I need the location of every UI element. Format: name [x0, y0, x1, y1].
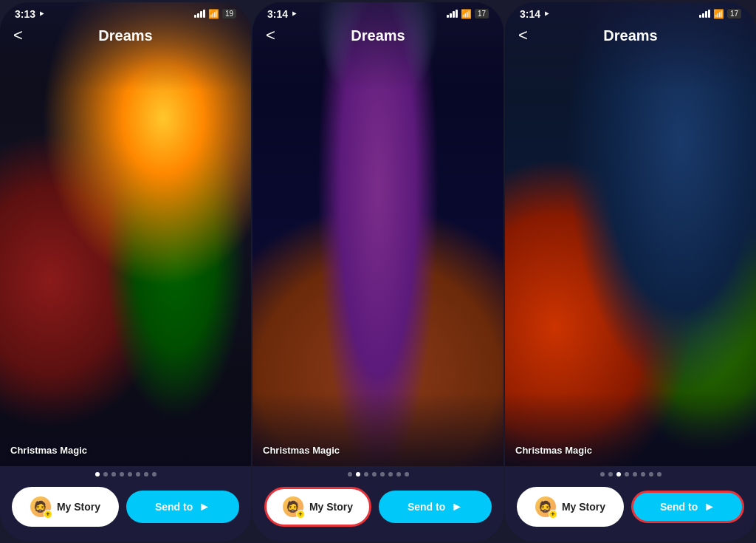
phone-2: 3:14 ‣ 📶 17 < Dreams Christmas Magic: [252, 2, 504, 542]
my-story-button[interactable]: 🧔 + My Story: [12, 487, 119, 527]
send-to-label: Send to: [660, 501, 698, 513]
nav-bar: < Dreams: [505, 2, 756, 50]
send-to-button[interactable]: Send to ►: [379, 491, 492, 523]
send-to-label: Send to: [408, 501, 445, 513]
image-label: Christmas Magic: [515, 445, 592, 456]
my-story-label: My Story: [309, 501, 353, 513]
dot[interactable]: [95, 472, 100, 477]
nav-title: Dreams: [603, 27, 657, 44]
dot[interactable]: [372, 472, 377, 477]
image-area: Christmas Magic: [0, 2, 251, 466]
phone-1: 3:13 ‣ 📶 19 < Dreams Christmas Magic: [0, 2, 251, 542]
send-to-button[interactable]: Send to ►: [126, 491, 239, 523]
dot[interactable]: [120, 472, 124, 477]
image-area: Christmas Magic: [252, 2, 504, 466]
dot[interactable]: [348, 472, 352, 477]
image-label: Christmas Magic: [263, 445, 340, 456]
dot[interactable]: [633, 472, 637, 477]
dot[interactable]: [405, 472, 409, 477]
image-label: Christmas Magic: [10, 445, 87, 456]
image-area: Christmas Magic: [505, 2, 756, 466]
send-arrow-icon: ►: [199, 500, 210, 513]
dot[interactable]: [356, 472, 360, 477]
action-bar: 🧔 + My Story Send to ►: [0, 481, 251, 542]
back-button[interactable]: <: [518, 26, 528, 45]
my-story-button[interactable]: 🧔 + My Story: [517, 487, 624, 527]
avatar: 🧔 +: [535, 496, 556, 517]
nav-title: Dreams: [351, 27, 405, 44]
my-story-label: My Story: [57, 501, 100, 513]
dot[interactable]: [649, 472, 653, 477]
dot[interactable]: [144, 472, 148, 477]
my-story-button[interactable]: 🧔 + My Story: [264, 487, 371, 527]
dot[interactable]: [103, 472, 108, 477]
dot[interactable]: [600, 472, 605, 477]
avatar: 🧔 +: [30, 496, 51, 517]
dot[interactable]: [128, 472, 132, 477]
nav-bar: < Dreams: [0, 2, 251, 50]
page-dots: [505, 466, 756, 481]
dot[interactable]: [608, 472, 613, 477]
dot[interactable]: [388, 472, 393, 477]
dot[interactable]: [364, 472, 368, 477]
add-icon: +: [549, 510, 557, 519]
phone-3: 3:14 ‣ 📶 17 < Dreams Christmas Magic: [505, 2, 756, 542]
dot[interactable]: [396, 472, 401, 477]
dot[interactable]: [625, 472, 629, 477]
send-arrow-icon: ►: [451, 500, 463, 513]
send-arrow-icon: ►: [704, 500, 715, 513]
back-button[interactable]: <: [266, 26, 275, 45]
action-bar: 🧔 + My Story Send to ►: [505, 481, 756, 542]
nav-title: Dreams: [98, 27, 152, 44]
phones-container: 3:13 ‣ 📶 19 < Dreams Christmas Magic: [0, 0, 756, 543]
avatar: 🧔 +: [283, 496, 303, 517]
dot[interactable]: [111, 472, 116, 477]
add-icon: +: [296, 510, 305, 519]
dot[interactable]: [152, 472, 157, 477]
dot[interactable]: [380, 472, 385, 477]
dot[interactable]: [657, 472, 662, 477]
nav-bar: < Dreams: [252, 2, 504, 50]
send-to-button[interactable]: Send to ►: [631, 491, 744, 523]
add-icon: +: [44, 510, 52, 519]
page-dots: [0, 466, 251, 481]
dot[interactable]: [641, 472, 645, 477]
dot[interactable]: [616, 472, 621, 477]
my-story-label: My Story: [562, 501, 605, 513]
dot[interactable]: [136, 472, 140, 477]
send-to-label: Send to: [155, 501, 193, 513]
page-dots: [252, 466, 504, 481]
action-bar: 🧔 + My Story Send to ►: [252, 481, 504, 542]
back-button[interactable]: <: [13, 26, 23, 45]
